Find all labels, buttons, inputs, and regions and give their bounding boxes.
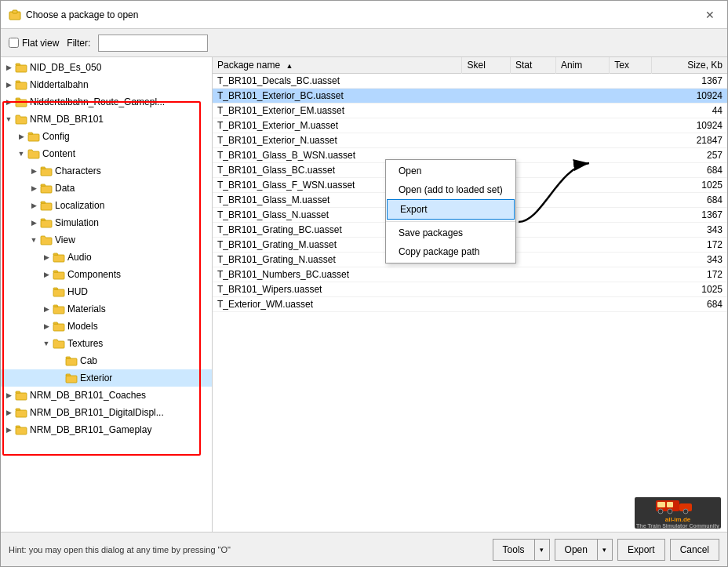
context-menu-item-open_add[interactable]: Open (add to loaded set)	[386, 180, 515, 199]
table-row[interactable]: T_BR101_Exterior_EM.uasset44	[213, 104, 727, 118]
context-menu-item-export[interactable]: Export	[387, 199, 515, 220]
tree-item-characters[interactable]: ▶ Characters	[1, 162, 212, 180]
svg-rect-18	[16, 410, 27, 417]
cell-skel	[462, 89, 510, 104]
tree-item-audio[interactable]: ▶ Audio	[1, 249, 212, 266]
cell-size: 684	[651, 193, 727, 208]
cell-tex	[610, 282, 652, 297]
tree-label-materials: Materials	[67, 303, 106, 314]
cancel-button[interactable]: Cancel	[670, 539, 719, 561]
context-menu-item-save_packages[interactable]: Save packages	[386, 224, 515, 242]
folder-icon-simulation	[40, 217, 55, 229]
cell-stat	[510, 118, 555, 133]
flat-view-checkbox[interactable]	[9, 38, 19, 48]
tree-item-exterior[interactable]: Exterior	[1, 369, 212, 387]
cell-stat	[510, 267, 555, 282]
tree-item-niddertalbahn_route[interactable]: ▶ Niddertalbahn_Route_Gamepl...	[1, 93, 212, 111]
tree-item-components[interactable]: ▶ Components	[1, 266, 212, 283]
svg-point-23	[658, 509, 663, 514]
tree-label-nid_db: NID_DB_Es_050	[30, 62, 101, 73]
logo-text: all-im.de	[636, 516, 719, 523]
svg-rect-17	[16, 393, 27, 400]
cell-anim	[556, 178, 610, 193]
cell-tex	[610, 253, 652, 267]
cell-size: 257	[651, 148, 727, 163]
folder-icon-materials	[53, 303, 67, 315]
table-row[interactable]: T_BR101_Exterior_BC.uasset10924	[213, 89, 727, 104]
col-anim[interactable]: Anim	[556, 57, 610, 74]
context-menu-item-open[interactable]: Open	[386, 162, 515, 180]
tools-dropdown-arrow[interactable]: ▾	[534, 539, 550, 561]
cell-size: 10924	[651, 118, 727, 133]
tools-button[interactable]: Tools	[493, 539, 534, 561]
tree-expand-audio: ▶	[40, 251, 53, 264]
flat-view-container: Flat view	[9, 38, 59, 49]
tree-item-nrm_db_br101_digital[interactable]: ▶ NRM_DB_BR101_DigitalDispl...	[1, 404, 212, 421]
svg-rect-6	[41, 169, 52, 176]
export-button[interactable]: Export	[617, 539, 665, 561]
tree-item-simulation[interactable]: ▶ Simulation	[1, 214, 212, 231]
tree-item-nrm_db_br101_gameplay[interactable]: ▶ NRM_DB_BR101_Gameplay	[1, 421, 212, 438]
table-row[interactable]: T_BR101_Wipers.uasset1025	[213, 282, 727, 297]
svg-rect-15	[66, 358, 77, 365]
tree-item-cab[interactable]: Cab	[1, 352, 212, 369]
tree-label-content: Content	[42, 148, 75, 159]
cell-stat	[510, 163, 555, 178]
tree-item-nrm_db_br101_coaches[interactable]: ▶ NRM_DB_BR101_Coaches	[1, 387, 212, 404]
tree-label-nrm_db_br101_digital: NRM_DB_BR101_DigitalDispl...	[30, 407, 164, 418]
close-button[interactable]: ✕	[701, 5, 719, 24]
context-menu-item-copy_path[interactable]: Copy package path	[386, 242, 515, 261]
table-row[interactable]: T_Exterior_WM.uasset684	[213, 297, 727, 312]
cell-size: 1367	[651, 74, 727, 89]
folder-icon-nid_db	[15, 62, 30, 74]
tree-expand-cab	[53, 354, 65, 367]
cell-tex	[610, 223, 652, 238]
cell-size: 44	[651, 104, 727, 118]
tree-label-view: View	[55, 234, 75, 245]
table-row[interactable]: T_BR101_Numbers_BC.uasset172	[213, 267, 727, 282]
cell-tex	[610, 267, 652, 282]
tree-item-textures[interactable]: ▼ Textures	[1, 335, 212, 352]
svg-rect-1	[13, 10, 17, 13]
table-row[interactable]: T_BR101_Decals_BC.uasset1367	[213, 74, 727, 89]
tree-item-models[interactable]: ▶ Models	[1, 318, 212, 335]
tree-item-localization[interactable]: ▶ Localization	[1, 197, 212, 214]
tree-label-niddertalbahn: Niddertalbahn	[30, 79, 89, 90]
cell-stat	[510, 74, 555, 89]
cell-size: 684	[651, 297, 727, 312]
open-button[interactable]: Open	[555, 539, 597, 561]
svg-rect-13	[53, 307, 64, 314]
folder-icon-nrm_db_br101	[15, 114, 30, 125]
tree-item-config[interactable]: ▶ Config	[1, 128, 212, 145]
logo-area: all-im.de The Train Simulator Community	[635, 497, 721, 529]
col-size[interactable]: Size, Kb	[651, 57, 727, 74]
cell-anim	[556, 297, 610, 312]
cell-size: 1025	[651, 178, 727, 193]
open-dropdown-arrow[interactable]: ▾	[597, 539, 613, 561]
tree-item-hud[interactable]: HUD	[1, 283, 212, 300]
svg-rect-11	[53, 272, 64, 279]
tree-item-data[interactable]: ▶ Data	[1, 180, 212, 197]
col-skel[interactable]: Skel	[462, 57, 510, 74]
tree-item-materials[interactable]: ▶ Materials	[1, 300, 212, 318]
tree-item-content[interactable]: ▼ Content	[1, 145, 212, 162]
folder-icon-nrm_db_br101_gameplay	[15, 424, 30, 436]
tree-item-nid_db[interactable]: ▶ NID_DB_Es_050	[1, 59, 212, 76]
tree-expand-config: ▶	[15, 130, 27, 143]
tree-expand-nrm_db_br101_digital: ▶	[2, 406, 15, 419]
tree-item-niddertalbahn[interactable]: ▶ Niddertalbahn	[1, 76, 212, 93]
cell-stat	[510, 178, 555, 193]
cell-name: T_BR101_Exterior_EM.uasset	[213, 104, 462, 118]
col-tex[interactable]: Tex	[610, 57, 652, 74]
logo-subtext: The Train Simulator Community	[636, 523, 719, 529]
filter-input[interactable]	[98, 35, 208, 52]
table-row[interactable]: T_BR101_Exterior_N.uasset21847	[213, 133, 727, 148]
table-row[interactable]: T_BR101_Exterior_M.uasset10924	[213, 118, 727, 133]
cell-stat	[510, 148, 555, 163]
flat-view-label[interactable]: Flat view	[22, 38, 59, 49]
svg-rect-14	[53, 324, 64, 331]
col-stat[interactable]: Stat	[510, 57, 555, 74]
tree-item-view[interactable]: ▼ View	[1, 231, 212, 249]
col-package-name[interactable]: Package name ▲	[213, 57, 462, 74]
tree-item-nrm_db_br101[interactable]: ▼ NRM_DB_BR101	[1, 111, 212, 128]
